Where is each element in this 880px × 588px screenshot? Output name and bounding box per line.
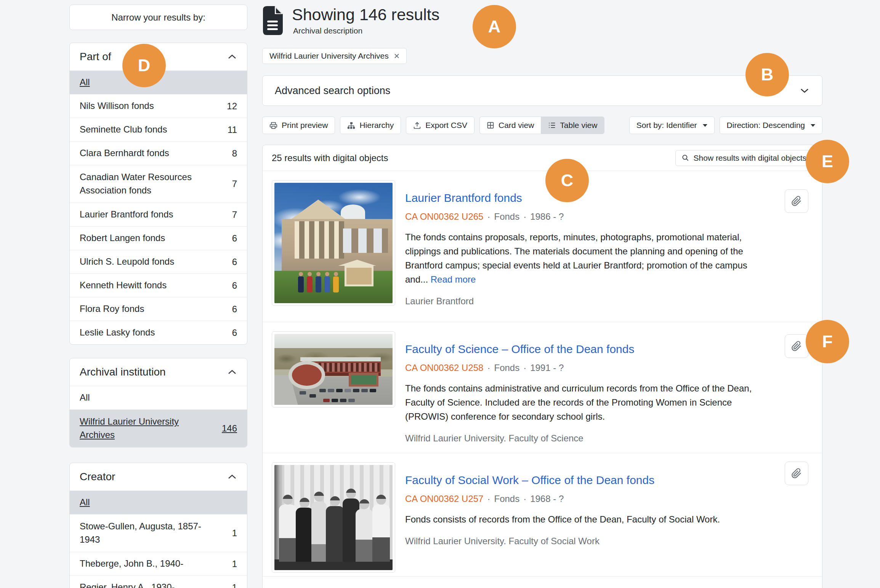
page-title: Showing 146 results: [292, 5, 439, 24]
facet-item[interactable]: Nils Willison fonds 12: [70, 94, 247, 118]
search-icon: [682, 154, 689, 161]
chevron-down-icon: [799, 87, 810, 94]
grid-icon: [487, 121, 494, 129]
annotation-marker-e: E: [806, 140, 849, 183]
result-content: Laurier Brantford fonds CA ON00362 U265·…: [405, 180, 813, 307]
result-thumbnail[interactable]: [272, 462, 395, 573]
narrow-results-header: Narrow your results by:: [69, 5, 247, 30]
thumbnail-art-brantford-campus: [274, 183, 393, 303]
digital-objects-count: 25 results with digital objects: [272, 153, 388, 163]
results-toolbar: Print preview Hierarchy Export CSV: [262, 117, 822, 134]
show-digital-objects-button[interactable]: Show results with digital objects: [675, 150, 813, 166]
result-date: 1986 - ?: [530, 211, 564, 222]
narrow-results-title: Narrow your results by:: [111, 12, 205, 23]
result-level: Fonds: [494, 363, 519, 373]
facet-item[interactable]: Canadian Water Resources Association fon…: [70, 165, 247, 203]
result-item: Laurier Brantford fonds CA ON00362 U265·…: [263, 171, 822, 322]
facet-title: Archival institution: [80, 366, 166, 378]
result-identifier-link[interactable]: CA ON00362 U257: [405, 494, 483, 504]
read-more-link[interactable]: Read more: [431, 274, 476, 284]
result-content: Faculty of Science – Office of the Dean …: [405, 331, 813, 444]
facet-item[interactable]: Flora Roy fonds 6: [70, 297, 247, 321]
result-thumbnail[interactable]: [272, 180, 395, 306]
paperclip-button[interactable]: [785, 462, 808, 485]
result-description: The fonds contains administrative and cu…: [405, 381, 771, 423]
annotation-marker-f: F: [806, 320, 849, 363]
result-description: Fonds consists of records from the Offic…: [405, 512, 771, 526]
result-level: Fonds: [494, 494, 519, 504]
paperclip-icon: [791, 341, 802, 352]
facet-archival-institution-header[interactable]: Archival institution: [70, 358, 247, 386]
thumbnail-art-group-photo: [274, 465, 393, 570]
result-title-link[interactable]: Laurier Brantford fonds: [405, 192, 522, 205]
facet-item[interactable]: Regier, Henry A., 1930- 1: [70, 575, 247, 588]
result-creator: Laurier Brantford: [405, 296, 771, 307]
result-meta: CA ON00362 U258·Fonds·1991 - ?: [405, 363, 771, 373]
export-csv-button[interactable]: Export CSV: [406, 117, 474, 134]
facet-title: Creator: [80, 471, 115, 483]
card-view-button[interactable]: Card view: [479, 117, 541, 134]
facet-item[interactable]: Ulrich S. Leupold fonds 6: [70, 250, 247, 273]
close-icon[interactable]: [394, 53, 399, 59]
sort-by-dropdown[interactable]: Sort by: Identifier: [629, 117, 715, 134]
facet-section-creator: Creator All Stowe-Gullen, Augusta, 1857-…: [69, 463, 247, 588]
result-description: The fonds contains proposals, reports, m…: [405, 230, 771, 286]
facet-item[interactable]: Kenneth Hewitt fonds 6: [70, 273, 247, 297]
chevron-up-icon[interactable]: [227, 473, 237, 480]
paperclip-icon: [791, 196, 802, 206]
facet-item[interactable]: Stowe-Gullen, Augusta, 1857-1943 1: [70, 514, 247, 552]
thumbnail-art-aerial-campus: [274, 334, 393, 405]
facet-item-all[interactable]: All: [70, 491, 247, 514]
printer-icon: [269, 121, 277, 129]
annotation-marker-d: D: [122, 44, 166, 87]
chevron-up-icon[interactable]: [227, 53, 237, 60]
facet-creator-header[interactable]: Creator: [70, 463, 247, 491]
direction-dropdown[interactable]: Direction: Descending: [720, 117, 822, 134]
facet-item[interactable]: Clara Bernhardt fonds 8: [70, 141, 247, 165]
advanced-search-toggle[interactable]: Advanced search options: [262, 75, 822, 106]
filter-tag-label: Wilfrid Laurier University Archives: [269, 51, 389, 61]
annotation-marker-c: C: [545, 159, 589, 202]
paperclip-icon: [791, 468, 802, 479]
facet-item[interactable]: Laurier Brantford fonds 7: [70, 203, 247, 226]
facet-section-archival-institution: Archival institution All Wilfrid Laurier…: [69, 358, 247, 447]
results-panel: 25 results with digital objects Show res…: [262, 145, 822, 588]
result-title-link[interactable]: Faculty of Social Work – Office of the D…: [405, 474, 654, 487]
caret-down-icon: [811, 124, 815, 127]
result-date: 1991 - ?: [530, 363, 564, 373]
result-thumbnail[interactable]: [272, 331, 395, 407]
facet-item[interactable]: Leslie Lasky fonds 6: [70, 321, 247, 344]
print-preview-button[interactable]: Print preview: [262, 117, 335, 134]
result-item: Faculty of Social Work – Office of the D…: [263, 453, 822, 577]
facet-title: Part of: [80, 51, 111, 63]
list-icon: [548, 121, 556, 129]
document-icon: [262, 6, 284, 35]
result-meta: CA ON00362 U265·Fonds·1986 - ?: [405, 211, 771, 222]
caret-down-icon: [703, 124, 707, 127]
sort-controls: Sort by: Identifier Direction: Descendin…: [629, 117, 822, 134]
hierarchy-icon: [347, 121, 355, 129]
advanced-search-label: Advanced search options: [275, 85, 390, 97]
facet-item[interactable]: Wilfrid Laurier University Archives 146: [70, 409, 247, 447]
facet-item[interactable]: Robert Langen fonds 6: [70, 226, 247, 250]
upload-icon: [413, 121, 421, 129]
result-title-link[interactable]: Faculty of Science – Office of the Dean …: [405, 343, 634, 356]
result-identifier-link[interactable]: CA ON00362 U265: [405, 211, 483, 222]
result-identifier-link[interactable]: CA ON00362 U258: [405, 363, 483, 373]
archival-search-results-page: Narrow your results by: Part of All Nils…: [0, 0, 880, 588]
facet-item[interactable]: Theberge, John B., 1940- 1: [70, 552, 247, 575]
result-date: 1968 - ?: [530, 494, 564, 504]
result-item: Faculty of Science – Office of the Dean …: [263, 322, 822, 453]
chevron-up-icon[interactable]: [227, 369, 237, 375]
facet-item-all[interactable]: All: [70, 386, 247, 409]
annotation-marker-b: B: [745, 53, 789, 96]
hierarchy-button[interactable]: Hierarchy: [340, 117, 401, 134]
facet-item[interactable]: Seminette Club fonds 11: [70, 118, 247, 141]
annotation-marker-a: A: [473, 5, 516, 48]
result-meta: CA ON00362 U257·Fonds·1968 - ?: [405, 494, 771, 504]
paperclip-button[interactable]: [785, 189, 808, 213]
filter-tag: Wilfrid Laurier University Archives: [262, 48, 407, 64]
table-view-button[interactable]: Table view: [541, 117, 604, 134]
results-header: 25 results with digital objects Show res…: [263, 145, 822, 171]
paperclip-button[interactable]: [785, 334, 808, 358]
